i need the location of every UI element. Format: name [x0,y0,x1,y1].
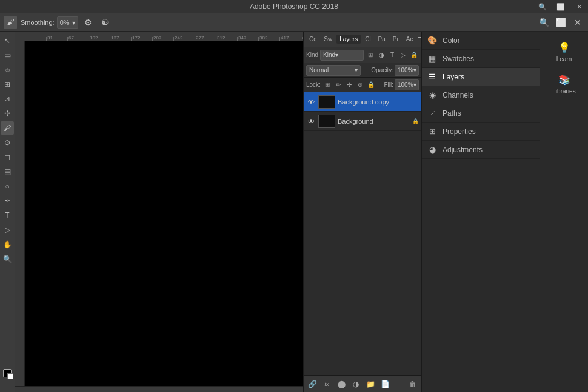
filter-adjust-icon[interactable]: ◑ [376,50,386,60]
layer-item[interactable]: 👁 Background copy [304,92,421,112]
lock-artboard-btn[interactable]: ⊙ [355,80,365,90]
clone-tool[interactable]: ⊙ [1,136,14,149]
filter-kind-dropdown[interactable]: Kind [320,50,364,61]
libraries-panel-item[interactable]: 📚 Libraries [543,69,586,98]
pen-tool[interactable]: ✒ [1,194,14,208]
opacity-control: Opacity: 100% [371,65,419,76]
smoothing-control: Smoothing: 0% [21,16,78,29]
color-panel-item[interactable]: 🎨 Color [422,32,540,50]
lock-label: Lock: [306,81,321,88]
new-layer-button[interactable]: 📄 [379,378,391,390]
layer-effects-button[interactable]: fx [321,378,333,390]
lock-paint-btn[interactable]: ✏ [333,80,343,90]
filter-pixel-icon[interactable]: ⊞ [366,50,375,60]
type-tool[interactable]: T [1,209,14,222]
lock-transparent-btn[interactable]: ⊞ [322,80,332,90]
filter-type-icon[interactable]: T [387,50,397,60]
new-group-button[interactable]: 📁 [364,378,376,390]
layer-list: 👁 Background copy 👁 Background 🔒 [304,92,421,375]
crop-tool[interactable]: ⊞ [1,78,14,91]
tab-sw[interactable]: Sw [321,35,335,44]
smoothing-label: Smoothing: [21,19,55,26]
layer-mask-button[interactable]: ⬤ [335,378,347,390]
ruler-horizontal: 31 67 102 137 172 207 242 277 312 347 38… [15,32,303,41]
tab-pa[interactable]: Pa [375,35,389,44]
lock-move-btn[interactable]: ✢ [344,80,354,90]
adjustments-panel-item[interactable]: ◕ Adjustments [422,141,540,159]
search-window-btn[interactable]: 🔍 [533,0,552,13]
filter-icons: ⊞ ◑ T ▷ 🔒 [366,50,419,60]
dodge-tool[interactable]: ○ [1,180,14,193]
eyedropper-tool[interactable]: ⊿ [1,92,14,106]
fill-input[interactable]: 100% [395,79,419,90]
libraries-icon: 📚 [557,72,572,87]
layer-visibility-btn[interactable]: 👁 [306,117,316,126]
channels-panel-item[interactable]: ◉ Channels [422,86,540,104]
link-layers-button[interactable]: 🔗 [306,378,318,390]
window-controls[interactable]: 🔍 ⬜ ✕ [533,0,588,13]
close-btn[interactable]: ✕ [570,0,588,13]
layers-panel-nav-item[interactable]: ☰ Layers [422,68,540,86]
tab-ac[interactable]: Ac [403,35,416,44]
properties-label: Properties [443,127,476,136]
filter-lock-icon[interactable]: 🔒 [409,50,419,60]
libraries-label: Libraries [552,88,575,95]
select-tool[interactable]: ▭ [1,49,14,62]
swatches-panel-item[interactable]: ▦ Swatches [422,50,540,68]
learn-label: Learn [556,56,572,63]
channels-icon: ◉ [427,90,438,101]
symmetry-icon[interactable]: ☯ [99,16,112,29]
gradient-tool[interactable]: ▤ [1,165,14,178]
brush-icon[interactable]: 🖌 [4,16,17,29]
shape-tool[interactable]: ▷ [1,223,14,237]
brush-tool[interactable]: 🖌 [1,121,14,135]
layer-thumbnail [318,115,335,128]
fill-label: Fill: [384,81,393,88]
filter-shape-icon[interactable]: ▷ [398,50,408,60]
ruler-vertical [15,41,25,386]
layer-visibility-btn[interactable]: 👁 [306,97,316,107]
delete-layer-button[interactable]: 🗑 [407,378,419,390]
lasso-tool[interactable]: ⌾ [1,63,14,76]
healing-tool[interactable]: ✢ [1,107,14,120]
move-tool[interactable]: ↖ [1,34,14,47]
blend-mode-dropdown[interactable]: Normal [306,65,361,76]
swatches-label: Swatches [443,55,474,63]
tab-layers[interactable]: Layers [336,35,361,44]
tab-cl[interactable]: Cl [362,35,373,44]
smoothing-dropdown[interactable]: 0% [57,16,78,29]
gear-icon[interactable]: ⚙ [82,16,95,29]
zoom-tool[interactable]: 🔍 [1,252,14,266]
properties-icon: ⊞ [427,126,438,137]
lock-all-btn[interactable]: 🔒 [366,80,376,90]
layer-item[interactable]: 👁 Background 🔒 [304,112,421,131]
properties-panel-item[interactable]: ⊞ Properties [422,123,540,141]
ruler-marks: 31 67 102 137 172 207 242 277 312 347 38… [25,32,303,41]
search-top-icon[interactable]: 🔍 [537,16,550,29]
tab-pr[interactable]: Pr [390,35,402,44]
adjustment-layer-button[interactable]: ◑ [350,378,362,390]
title-bar: Adobe Photoshop CC 2018 🔍 ⬜ ✕ [0,0,588,13]
eraser-tool[interactable]: ◻ [1,150,14,164]
paths-panel-item[interactable]: ⟋ Paths [422,104,540,123]
paths-label: Paths [443,109,461,118]
layer-thumbnail [318,95,335,109]
right-panel: 🎨 Color ▦ Swatches ☰ Layers ◉ Channels ⟋… [421,32,540,392]
window-btn[interactable]: ⬜ [552,0,570,13]
filter-label: Kind [306,52,318,58]
top-toolbar: 🖌 Smoothing: 0% ⚙ ☯ 🔍 ⬜ ✕ [0,13,588,32]
foreground-color[interactable] [3,369,12,377]
tab-cc[interactable]: Cc [306,35,319,44]
fill-chevron [413,81,416,88]
blend-chevron [355,67,358,73]
opacity-input[interactable]: 100% [395,65,419,76]
workspace-icon[interactable]: ⬜ [554,16,567,29]
canvas-area: 31 67 102 137 172 207 242 277 312 347 38… [15,32,303,392]
layer-lock-icon: 🔒 [412,118,419,125]
hand-tool[interactable]: ✋ [1,238,14,251]
learn-panel-item[interactable]: 💡 Learn [543,36,586,66]
left-tool-panel: ↖ ▭ ⌾ ⊞ ⊿ ✢ 🖌 ⊙ ◻ ▤ ○ ✒ T ▷ ✋ 🔍 [0,32,15,392]
scrollbar-horizontal[interactable] [15,386,303,392]
canvas-content[interactable] [25,41,303,386]
close-top-icon[interactable]: ✕ [571,16,584,29]
